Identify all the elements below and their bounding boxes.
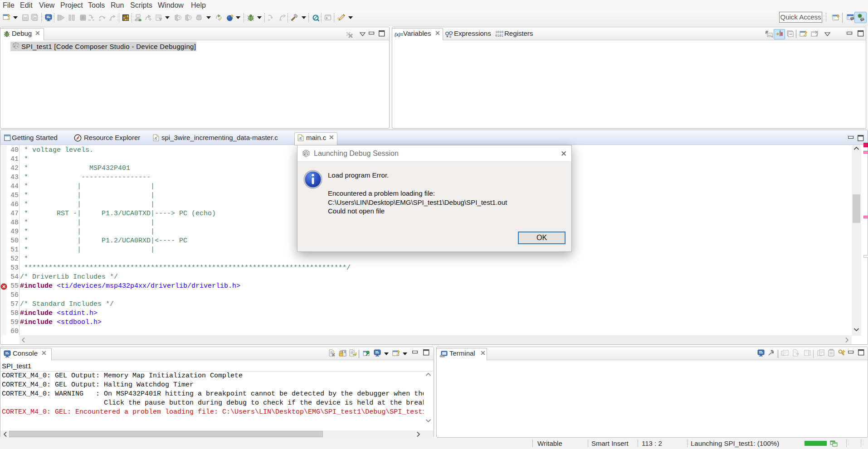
svg-text:.c: .c xyxy=(298,136,302,140)
svg-text:.c: .c xyxy=(154,136,157,140)
